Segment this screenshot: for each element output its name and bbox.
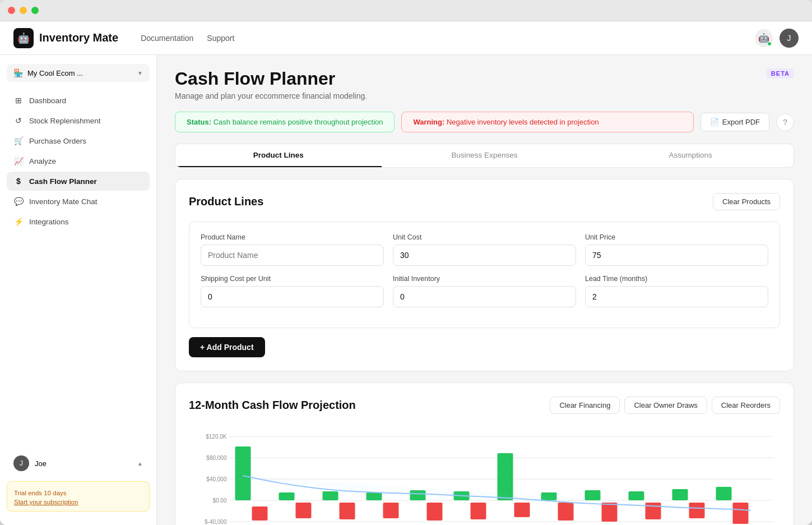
sidebar-item-cash-flow-planner[interactable]: $ Cash Flow Planner <box>7 172 150 191</box>
integrations-icon: ⚡ <box>13 217 24 226</box>
sidebar-item-inventory-chat[interactable]: 💬 Inventory Mate Chat <box>7 192 150 211</box>
info-button[interactable]: ? <box>776 113 794 131</box>
ai-assistant-icon[interactable]: 🤖 <box>755 29 773 47</box>
export-label: Export PDF <box>722 118 760 126</box>
svg-rect-13 <box>296 503 312 518</box>
lead-time-label: Lead Time (months) <box>585 275 768 283</box>
sidebar-label-analyze: Analyze <box>29 157 56 165</box>
sidebar-label-integrations: Integrations <box>29 218 69 226</box>
clear-products-button[interactable]: Clear Products <box>713 193 780 210</box>
tab-product-lines[interactable]: Product Lines <box>175 144 382 167</box>
maximize-button[interactable] <box>31 7 39 14</box>
status-ok-banner: Status: Cash balance remains positive th… <box>175 112 395 132</box>
unit-price-input[interactable] <box>585 245 768 266</box>
sidebar-user-name: Joe <box>35 459 47 468</box>
minimize-button[interactable] <box>20 7 27 14</box>
topbar: 🤖 Inventory Mate Documentation Support 🤖… <box>0 21 812 55</box>
close-button[interactable] <box>8 7 15 14</box>
sidebar-label-chat: Inventory Mate Chat <box>29 197 98 206</box>
sidebar-user-avatar: J <box>13 455 29 471</box>
svg-rect-14 <box>323 491 338 500</box>
projection-buttons: Clear Financing Clear Owner Draws Clear … <box>550 397 780 414</box>
clear-financing-button[interactable]: Clear Financing <box>550 397 620 414</box>
svg-text:$40,000: $40,000 <box>206 476 227 482</box>
trial-box: Trial ends 10 days Start your subscripti… <box>7 481 150 512</box>
user-avatar[interactable]: J <box>779 29 799 48</box>
logo-icon: 🤖 <box>13 28 34 48</box>
svg-rect-33 <box>733 503 749 524</box>
trial-link[interactable]: Start your subscription <box>14 499 142 505</box>
topbar-right: 🤖 J <box>755 29 799 48</box>
titlebar <box>0 0 812 21</box>
form-row-2: Shipping Cost per Unit Initial Inventory… <box>201 275 768 307</box>
chat-icon: 💬 <box>13 197 24 206</box>
sidebar-item-purchase-orders[interactable]: 🛒 Purchase Orders <box>7 131 150 150</box>
page-header: Cash Flow Planner Manage and plan your e… <box>175 68 794 100</box>
svg-text:$0.00: $0.00 <box>212 498 226 504</box>
app-window: 🤖 Inventory Mate Documentation Support 🤖… <box>0 0 812 525</box>
add-product-button[interactable]: + Add Product <box>189 337 265 357</box>
sidebar-item-integrations[interactable]: ⚡ Integrations <box>7 212 150 231</box>
form-group-unit-cost: Unit Cost <box>393 233 576 266</box>
cash-flow-icon: $ <box>13 177 24 186</box>
status-warn-label: Warning: <box>413 118 444 126</box>
svg-rect-27 <box>602 503 618 522</box>
status-ok-label: Status: <box>187 118 211 126</box>
svg-rect-19 <box>427 503 443 521</box>
tab-business-expenses[interactable]: Business Expenses <box>382 144 588 167</box>
form-row-1: Product Name Unit Cost Unit Price <box>201 233 768 266</box>
beta-badge: BETA <box>767 68 794 79</box>
sidebar-label-stock: Stock Replenishment <box>29 117 101 125</box>
svg-rect-21 <box>471 503 486 519</box>
sidebar-item-stock-replenishment[interactable]: ↺ Stock Replenishment <box>7 111 150 130</box>
svg-rect-25 <box>558 503 574 521</box>
export-pdf-button[interactable]: 📄 Export PDF <box>700 113 769 131</box>
product-name-input[interactable] <box>201 245 384 266</box>
projection-title: 12-Month Cash Flow Projection <box>189 399 356 412</box>
svg-rect-32 <box>716 487 732 500</box>
svg-rect-15 <box>340 503 355 519</box>
analyze-icon: 📈 <box>13 156 24 165</box>
sidebar-label-dashboard: Dashboard <box>29 96 66 105</box>
logo-text: Inventory Mate <box>39 31 118 44</box>
svg-text:$80,000: $80,000 <box>206 455 227 461</box>
unit-cost-input[interactable] <box>393 245 576 266</box>
clear-reorders-button[interactable]: Clear Reorders <box>712 397 780 414</box>
svg-rect-16 <box>366 492 382 500</box>
tab-assumptions[interactable]: Assumptions <box>587 144 794 167</box>
user-chevron-icon: ▲ <box>137 460 143 467</box>
stock-replenishment-icon: ↺ <box>13 116 24 125</box>
initial-inventory-input[interactable] <box>393 286 576 307</box>
export-icon: 📄 <box>710 118 719 126</box>
status-bar: Status: Cash balance remains positive th… <box>175 112 794 132</box>
product-form-container: Product Name Unit Cost Unit Price <box>189 222 780 328</box>
add-product-container: + Add Product <box>189 337 780 357</box>
dashboard-icon: ⊞ <box>13 96 24 105</box>
form-group-shipping: Shipping Cost per Unit <box>201 275 384 307</box>
svg-rect-17 <box>383 503 399 518</box>
nav-documentation[interactable]: Documentation <box>141 34 193 43</box>
sidebar-item-dashboard[interactable]: ⊞ Dashboard <box>7 91 150 110</box>
unit-price-label: Unit Price <box>585 233 768 241</box>
trial-text: Trial ends 10 days <box>14 490 67 496</box>
purchase-orders-icon: 🛒 <box>13 136 24 145</box>
page-subtitle: Manage and plan your eccommerce financia… <box>175 91 367 100</box>
shipping-cost-input[interactable] <box>201 286 384 307</box>
sidebar-label-purchase: Purchase Orders <box>29 137 86 145</box>
product-lines-card: Product Lines Clear Products Product Nam… <box>175 179 794 371</box>
status-warn-message: Negative inventory levels detected in pr… <box>447 118 599 126</box>
store-selector[interactable]: 🏪 My Cool Ecom ... ▼ <box>7 64 150 82</box>
clear-owner-draws-button[interactable]: Clear Owner Draws <box>624 397 707 414</box>
product-lines-title: Product Lines <box>189 195 263 208</box>
form-group-lead-time: Lead Time (months) <box>585 275 768 307</box>
lead-time-input[interactable] <box>585 286 768 307</box>
form-group-initial-inventory: Initial Inventory <box>393 275 576 307</box>
nav-support[interactable]: Support <box>207 34 234 43</box>
logo: 🤖 Inventory Mate <box>13 28 118 48</box>
user-row[interactable]: J Joe ▲ <box>7 450 150 477</box>
store-chevron-icon: ▼ <box>137 70 143 76</box>
svg-rect-28 <box>629 491 644 500</box>
chart-area: $120.0K $80,000 $40,000 $0.00 $-40,000 <box>189 425 780 525</box>
svg-rect-31 <box>689 503 705 518</box>
sidebar-item-analyze[interactable]: 📈 Analyze <box>7 151 150 171</box>
